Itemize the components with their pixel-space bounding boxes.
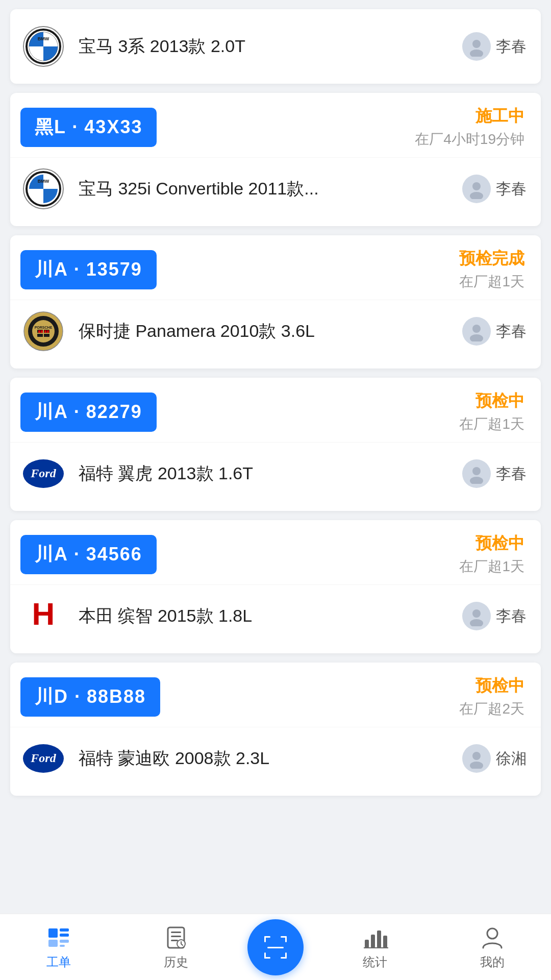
status-text-3: 预检中 bbox=[459, 390, 524, 412]
svg-rect-45 bbox=[171, 940, 178, 941]
avatar-5 bbox=[462, 744, 491, 773]
status-text-4: 预检中 bbox=[459, 532, 524, 555]
card-bottom-5: Ford 福特 蒙迪欧 2008款 2.3L 徐湘 bbox=[10, 727, 541, 796]
svg-point-61 bbox=[487, 928, 497, 939]
svg-point-31 bbox=[470, 619, 483, 626]
card-bottom-3: Ford 福特 翼虎 2013款 1.6T 李春 bbox=[10, 442, 541, 511]
scan-icon bbox=[260, 932, 291, 963]
svg-point-22 bbox=[472, 325, 481, 333]
plate-badge-5: 川D · 88B88 bbox=[20, 677, 160, 717]
tech-name-1: 李春 bbox=[496, 179, 527, 200]
svg-rect-36 bbox=[48, 928, 58, 938]
svg-rect-50 bbox=[285, 936, 287, 942]
svg-point-27 bbox=[470, 477, 483, 484]
svg-text:Ford: Ford bbox=[30, 751, 56, 765]
car-logo-5: Ford bbox=[20, 736, 66, 781]
avatar-1 bbox=[462, 175, 491, 203]
avatar-0 bbox=[462, 32, 491, 61]
svg-rect-54 bbox=[285, 952, 287, 959]
svg-rect-59 bbox=[383, 936, 387, 948]
svg-rect-18 bbox=[38, 330, 40, 333]
svg-point-4 bbox=[472, 40, 481, 48]
car-name-5: 福特 蒙迪欧 2008款 2.3L bbox=[79, 747, 462, 770]
car-name-2: 保时捷 Panamera 2010款 3.6L bbox=[79, 320, 462, 343]
avatar-4 bbox=[462, 602, 491, 630]
nav-item-stats[interactable]: 统计 bbox=[329, 924, 421, 970]
history-icon bbox=[163, 924, 189, 951]
svg-rect-55 bbox=[267, 947, 284, 948]
workorder-icon bbox=[45, 924, 72, 951]
stats-icon bbox=[362, 924, 388, 951]
svg-rect-39 bbox=[60, 934, 69, 937]
technician-2: 李春 bbox=[462, 317, 527, 346]
bottom-navigation: 工单 历史 bbox=[0, 914, 551, 980]
time-text-4: 在厂超1天 bbox=[459, 557, 524, 576]
card-header-1: 黑L · 43X33 施工中 在厂4小时19分钟 bbox=[10, 93, 541, 157]
svg-rect-19 bbox=[41, 330, 43, 333]
avatar-2 bbox=[462, 317, 491, 346]
plate-badge-2: 川A · 13579 bbox=[20, 250, 157, 289]
card-bottom-1: BMW 宝马 325i Convertible 2011款... 李春 bbox=[10, 157, 541, 226]
car-card-5[interactable]: 川D · 88B88 预检中 在厂超2天 Ford 福特 蒙迪欧 2008款 2… bbox=[10, 663, 541, 796]
car-logo-2: PORSCHE bbox=[20, 308, 66, 354]
nav-item-mine[interactable]: 我的 bbox=[446, 924, 538, 970]
status-area-1: 施工中 在厂4小时19分钟 bbox=[415, 105, 524, 149]
tech-name-4: 李春 bbox=[496, 606, 527, 627]
tech-name-0: 李春 bbox=[496, 36, 527, 57]
car-card-3[interactable]: 川A · 82279 预检中 在厂超1天 Ford 福特 翼虎 2013款 1.… bbox=[10, 378, 541, 511]
card-bottom-4: H 本田 缤智 2015款 1.8L 李春 bbox=[10, 584, 541, 653]
card-header-2: 川A · 13579 预检完成 在厂超1天 bbox=[10, 235, 541, 300]
card-header-5: 川D · 88B88 预检中 在厂超2天 bbox=[10, 663, 541, 727]
svg-rect-58 bbox=[377, 930, 381, 948]
svg-point-23 bbox=[470, 334, 483, 341]
svg-rect-40 bbox=[60, 940, 69, 943]
svg-text:BMW: BMW bbox=[38, 179, 49, 184]
technician-5: 徐湘 bbox=[462, 744, 527, 773]
nav-label-stats: 统计 bbox=[363, 954, 387, 970]
tech-name-5: 徐湘 bbox=[496, 748, 527, 769]
nav-scan-button[interactable] bbox=[247, 919, 304, 975]
time-text-5: 在厂超2天 bbox=[459, 699, 524, 719]
avatar-3 bbox=[462, 459, 491, 488]
tech-name-3: 李春 bbox=[496, 463, 527, 484]
nav-label-history: 历史 bbox=[164, 954, 188, 970]
time-text-2: 在厂超1天 bbox=[459, 272, 524, 291]
svg-rect-57 bbox=[371, 935, 375, 948]
svg-rect-41 bbox=[60, 945, 65, 947]
plate-badge-1: 黑L · 43X33 bbox=[20, 108, 157, 147]
svg-point-10 bbox=[470, 192, 483, 199]
svg-rect-38 bbox=[60, 928, 69, 932]
status-text-2: 预检完成 bbox=[459, 248, 524, 270]
car-logo-1: BMW bbox=[20, 166, 66, 212]
car-card-2[interactable]: 川A · 13579 预检完成 在厂超1天 PORSCHE 保时捷 Paname… bbox=[10, 235, 541, 369]
status-area-3: 预检中 在厂超1天 bbox=[459, 390, 524, 434]
time-text-1: 在厂4小时19分钟 bbox=[415, 130, 524, 149]
car-logo-bmw: BMW bbox=[20, 23, 66, 69]
plate-badge-3: 川A · 82279 bbox=[20, 393, 157, 432]
car-card-1[interactable]: 黑L · 43X33 施工中 在厂4小时19分钟 BMW 宝马 325i Con… bbox=[10, 93, 541, 226]
svg-text:BMW: BMW bbox=[38, 36, 49, 41]
car-card-4[interactable]: 川A · 34566 预检中 在厂超1天 H 本田 缤智 2015款 1.8L … bbox=[10, 520, 541, 653]
plate-badge-4: 川A · 34566 bbox=[20, 535, 157, 574]
car-logo-3: Ford bbox=[20, 451, 66, 497]
nav-item-history[interactable]: 历史 bbox=[130, 924, 222, 970]
svg-rect-52 bbox=[264, 952, 266, 959]
car-card-0[interactable]: BMW 宝马 3系 2013款 2.0T 李春 bbox=[10, 9, 541, 84]
svg-rect-48 bbox=[264, 936, 266, 942]
car-name-0: 宝马 3系 2013款 2.0T bbox=[79, 35, 462, 58]
car-name-4: 本田 缤智 2015款 1.8L bbox=[79, 604, 462, 628]
svg-text:H: H bbox=[32, 596, 55, 631]
svg-rect-20 bbox=[44, 330, 46, 333]
svg-point-5 bbox=[470, 50, 483, 57]
tech-name-2: 李春 bbox=[496, 321, 527, 342]
technician-1: 李春 bbox=[462, 175, 527, 203]
svg-point-30 bbox=[472, 609, 481, 618]
nav-item-workorder[interactable]: 工单 bbox=[13, 924, 105, 970]
time-text-3: 在厂超1天 bbox=[459, 414, 524, 434]
technician-3: 李春 bbox=[462, 459, 527, 488]
card-header-3: 川A · 82279 预检中 在厂超1天 bbox=[10, 378, 541, 442]
status-text-1: 施工中 bbox=[415, 105, 524, 128]
car-name-3: 福特 翼虎 2013款 1.6T bbox=[79, 462, 462, 485]
svg-rect-37 bbox=[48, 940, 58, 947]
card-bottom-2: PORSCHE 保时捷 Panamera 2010款 3.6L 李春 bbox=[10, 300, 541, 369]
